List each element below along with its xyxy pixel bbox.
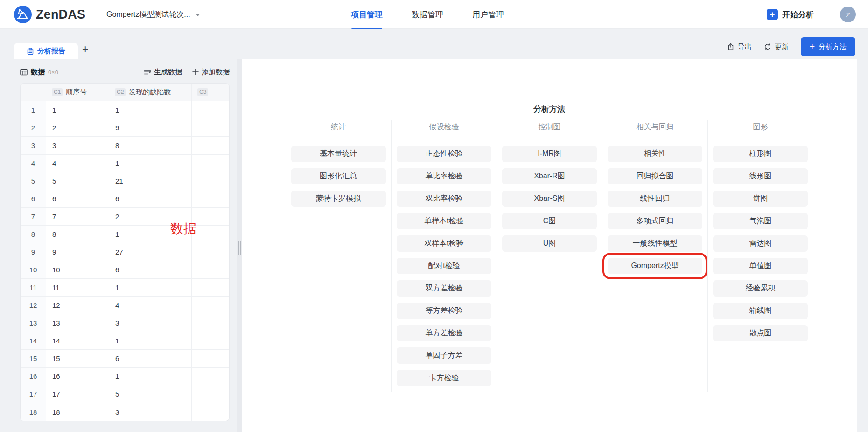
method-button[interactable]: 相关性 bbox=[608, 146, 702, 162]
avatar[interactable]: Z bbox=[840, 7, 856, 22]
method-button[interactable]: 等方差检验 bbox=[397, 303, 491, 319]
nav-tab-project-management[interactable]: 项目管理 bbox=[351, 0, 383, 29]
table-cell[interactable] bbox=[192, 101, 229, 119]
table-cell[interactable] bbox=[192, 208, 229, 225]
table-cell[interactable]: 15 bbox=[46, 350, 109, 367]
tab-analysis-report[interactable]: 分析报告 bbox=[14, 43, 78, 59]
table-cell[interactable]: 9 bbox=[109, 119, 192, 136]
table-cell[interactable]: 1 bbox=[109, 332, 192, 349]
table-cell[interactable]: 8 bbox=[109, 137, 192, 154]
method-button[interactable]: 散点图 bbox=[713, 325, 808, 341]
table-cell[interactable]: 13 bbox=[46, 314, 109, 332]
column-header-c1[interactable]: C1顺序号 bbox=[46, 84, 109, 101]
method-button[interactable]: 柱形图 bbox=[713, 146, 808, 162]
analysis-method-button[interactable]: + 分析方法 bbox=[801, 37, 855, 56]
table-cell[interactable]: 1 bbox=[109, 368, 192, 385]
table-cell[interactable]: 16 bbox=[46, 368, 109, 385]
method-button[interactable]: 单因子方差 bbox=[397, 347, 491, 364]
method-button[interactable]: 箱线图 bbox=[713, 303, 808, 319]
add-data-button[interactable]: 添加数据 bbox=[192, 68, 230, 77]
method-button[interactable]: 卡方检验 bbox=[397, 370, 491, 386]
table-cell[interactable]: 7 bbox=[46, 208, 109, 225]
table-cell[interactable]: 8 bbox=[46, 226, 109, 243]
table-cell[interactable]: 1 bbox=[109, 279, 192, 296]
method-button[interactable]: 线形图 bbox=[713, 168, 808, 184]
method-button[interactable]: 雷达图 bbox=[713, 235, 808, 252]
method-button[interactable]: 回归拟合图 bbox=[608, 168, 702, 184]
table-cell[interactable]: 5 bbox=[46, 172, 109, 190]
method-button[interactable]: Xbar-S图 bbox=[502, 191, 597, 207]
method-button-highlighted[interactable]: Gompertz模型 bbox=[608, 258, 702, 274]
column-header-c3[interactable]: C3 bbox=[192, 84, 229, 101]
method-button[interactable]: 正态性检验 bbox=[397, 146, 491, 162]
add-tab-button[interactable]: + bbox=[82, 44, 88, 55]
method-button[interactable]: I-MR图 bbox=[502, 146, 597, 162]
table-cell[interactable] bbox=[192, 155, 229, 172]
table-cell[interactable]: 3 bbox=[46, 137, 109, 154]
table-cell[interactable]: 21 bbox=[109, 172, 192, 190]
table-cell[interactable] bbox=[192, 226, 229, 243]
table-cell[interactable]: 1 bbox=[109, 101, 192, 119]
table-cell[interactable] bbox=[192, 137, 229, 154]
method-button[interactable]: Xbar-R图 bbox=[502, 168, 597, 184]
table-cell[interactable] bbox=[192, 385, 229, 403]
method-button[interactable]: 单值图 bbox=[713, 258, 808, 274]
table-cell[interactable]: 11 bbox=[46, 279, 109, 296]
method-button[interactable]: 线性回归 bbox=[608, 191, 702, 207]
table-cell[interactable] bbox=[192, 297, 229, 314]
table-cell[interactable] bbox=[192, 350, 229, 367]
project-selector[interactable]: Gompertz模型测试轮次... bbox=[106, 0, 200, 29]
method-button[interactable]: 图形化汇总 bbox=[291, 168, 386, 184]
start-analysis-button[interactable]: + 开始分析 bbox=[767, 9, 814, 20]
table-cell[interactable]: 4 bbox=[109, 297, 192, 314]
method-button[interactable]: 双样本t检验 bbox=[397, 235, 491, 252]
method-button[interactable]: 单方差检验 bbox=[397, 325, 491, 341]
table-cell[interactable] bbox=[192, 314, 229, 332]
table-cell[interactable] bbox=[192, 368, 229, 385]
panel-splitter[interactable] bbox=[237, 59, 242, 432]
table-cell[interactable] bbox=[192, 403, 229, 421]
column-header-c2[interactable]: C2发现的缺陷数 bbox=[109, 84, 192, 101]
method-button[interactable]: 气泡图 bbox=[713, 213, 808, 229]
method-button[interactable]: 双方差检验 bbox=[397, 280, 491, 297]
table-cell[interactable]: 27 bbox=[109, 243, 192, 261]
table-cell[interactable]: 17 bbox=[46, 385, 109, 403]
table-cell[interactable] bbox=[192, 279, 229, 296]
table-cell[interactable]: 1 bbox=[46, 101, 109, 119]
table-cell[interactable] bbox=[192, 243, 229, 261]
table-cell[interactable] bbox=[192, 332, 229, 349]
export-button[interactable]: 导出 bbox=[727, 42, 752, 51]
method-button[interactable]: 一般线性模型 bbox=[608, 235, 702, 252]
method-button[interactable]: 饼图 bbox=[713, 191, 808, 207]
nav-tab-user-management[interactable]: 用户管理 bbox=[472, 0, 504, 29]
method-button[interactable]: 双比率检验 bbox=[397, 191, 491, 207]
table-cell[interactable]: 14 bbox=[46, 332, 109, 349]
table-cell[interactable]: 5 bbox=[109, 385, 192, 403]
method-button[interactable]: 蒙特卡罗模拟 bbox=[291, 191, 386, 207]
table-cell[interactable]: 3 bbox=[109, 314, 192, 332]
generate-data-button[interactable]: 生成数据 bbox=[144, 68, 182, 77]
method-button[interactable]: U图 bbox=[502, 235, 597, 252]
method-button[interactable]: 单比率检验 bbox=[397, 168, 491, 184]
table-cell[interactable]: 4 bbox=[46, 155, 109, 172]
method-button[interactable]: 经验累积 bbox=[713, 280, 808, 297]
table-cell[interactable]: 6 bbox=[109, 261, 192, 278]
method-button[interactable]: C图 bbox=[502, 213, 597, 229]
table-cell[interactable]: 6 bbox=[46, 190, 109, 207]
method-button[interactable]: 单样本t检验 bbox=[397, 213, 491, 229]
table-cell[interactable]: 18 bbox=[46, 403, 109, 421]
table-cell[interactable]: 12 bbox=[46, 297, 109, 314]
table-cell[interactable] bbox=[192, 119, 229, 136]
table-cell[interactable]: 9 bbox=[46, 243, 109, 261]
table-cell[interactable] bbox=[192, 172, 229, 190]
table-cell[interactable]: 3 bbox=[109, 403, 192, 421]
table-cell[interactable]: 6 bbox=[109, 190, 192, 207]
nav-tab-data-management[interactable]: 数据管理 bbox=[412, 0, 443, 29]
table-cell[interactable] bbox=[192, 261, 229, 278]
table-cell[interactable]: 2 bbox=[46, 119, 109, 136]
table-cell[interactable]: 1 bbox=[109, 155, 192, 172]
refresh-button[interactable]: 更新 bbox=[764, 42, 789, 51]
method-button[interactable]: 配对t检验 bbox=[397, 258, 491, 274]
method-button[interactable]: 基本量统计 bbox=[291, 146, 386, 162]
table-cell[interactable]: 10 bbox=[46, 261, 109, 278]
